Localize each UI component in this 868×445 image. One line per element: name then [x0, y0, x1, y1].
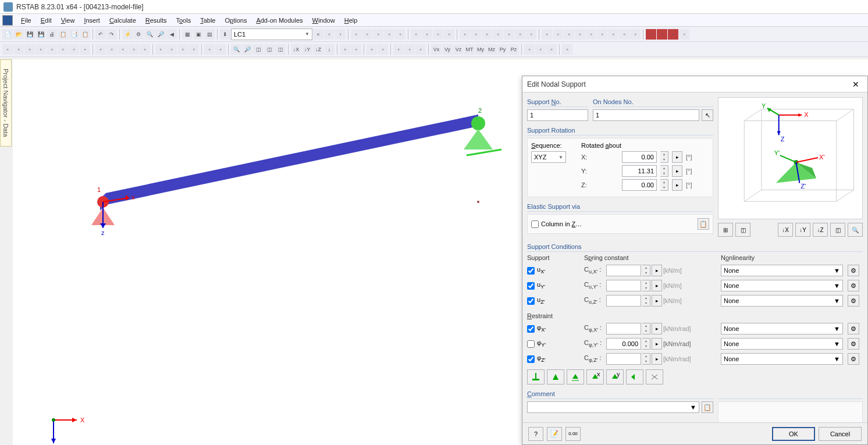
tb2-30[interactable]: ▫ — [404, 44, 415, 55]
tb2-7[interactable]: ▫ — [69, 44, 79, 55]
tb-b4[interactable]: ▫ — [493, 29, 503, 40]
tb-calc2[interactable]: ⚙ — [133, 29, 144, 40]
uz-nonlin-combo[interactable]: None▼ — [721, 295, 843, 307]
phix-edit-button[interactable]: ⚙ — [848, 323, 859, 334]
menu-calculate[interactable]: Calculate — [105, 16, 141, 25]
tb2-32[interactable]: ▫ — [524, 44, 535, 55]
tb2-2[interactable]: ▫ — [13, 44, 24, 55]
tb2-29[interactable]: ▫ — [393, 44, 404, 55]
tb2-vx2[interactable]: Vx — [431, 44, 442, 55]
tb-d2[interactable]: ▫ — [657, 29, 667, 40]
tb2-5[interactable]: ▫ — [47, 44, 57, 55]
tb-c1[interactable]: ▫ — [542, 29, 552, 40]
tb-r5[interactable]: ▫ — [395, 29, 405, 40]
preview-view-fit[interactable]: 🔍 — [848, 223, 863, 237]
uz-checkbox[interactable]: uZ' — [527, 296, 579, 305]
menu-results[interactable]: Results — [141, 16, 172, 25]
tb2-35[interactable]: ▫ — [562, 44, 572, 55]
tb2-31[interactable]: ▫ — [415, 44, 426, 55]
cphiy-spinner[interactable]: ▴▾ — [642, 338, 650, 350]
tb-prev[interactable]: ◀ — [166, 29, 177, 40]
tb-c9[interactable]: ▫ — [630, 29, 641, 40]
rot-x-spinner[interactable]: ▴▾ — [660, 151, 668, 163]
tb2-vx[interactable]: ↓X — [291, 44, 301, 55]
ok-button[interactable]: OK — [772, 427, 815, 441]
tb2-14[interactable]: ▫ — [155, 44, 166, 55]
tb2-iso[interactable]: ↓ — [324, 44, 335, 55]
units-button[interactable]: 0.00 — [565, 427, 581, 441]
elastic-edit-button[interactable]: 📋 — [698, 218, 709, 230]
menu-file[interactable]: File — [16, 16, 36, 25]
tb-r3[interactable]: ▫ — [373, 29, 383, 40]
tb2-15[interactable]: ▫ — [166, 44, 177, 55]
support-type-fixed[interactable] — [527, 369, 545, 385]
tb2-my[interactable]: My — [475, 44, 486, 55]
cphiy-menu[interactable]: ▸ — [652, 338, 662, 350]
tb-view2[interactable]: ▣ — [193, 29, 204, 40]
tb-b2[interactable]: ▫ — [471, 29, 481, 40]
support-no-input[interactable] — [527, 109, 588, 121]
tb-zoomall[interactable]: 🔎 — [155, 29, 166, 40]
tb-save[interactable]: 💾 — [24, 29, 35, 40]
support-type-none[interactable] — [646, 369, 663, 385]
tb-copy[interactable]: 📑 — [69, 29, 79, 40]
cuy-menu[interactable]: ▸ — [652, 280, 662, 291]
tb-c2[interactable]: ▫ — [553, 29, 563, 40]
ux-checkbox[interactable]: uX' — [527, 266, 579, 275]
uy-edit-button[interactable]: ⚙ — [848, 280, 859, 291]
menu-table[interactable]: Table — [195, 16, 220, 25]
tb2-34[interactable]: ▫ — [546, 44, 557, 55]
tb2-25[interactable]: ▫ — [340, 44, 350, 55]
tb-lc-icon[interactable]: ⬇ — [220, 29, 230, 40]
tb-print[interactable]: 🖨 — [47, 29, 57, 40]
sequence-combo[interactable]: XYZ ▼ — [531, 151, 566, 163]
tb2-24[interactable]: ◫ — [275, 44, 286, 55]
tb2-vy2[interactable]: Vy — [442, 44, 453, 55]
tb2-4[interactable]: ▫ — [35, 44, 46, 55]
cux-menu[interactable]: ▸ — [652, 265, 662, 276]
rot-y-spinner[interactable]: ▴▾ — [660, 165, 668, 177]
preview-view-x[interactable]: ↓X — [778, 223, 793, 237]
column-in-z-checkbox[interactable]: Column in Z… — [531, 220, 582, 228]
cuz-menu[interactable]: ▸ — [652, 295, 662, 307]
tb2-26[interactable]: ▫ — [351, 44, 361, 55]
support-type-roller-y[interactable]: x — [586, 369, 604, 385]
tb2-17[interactable]: ▫ — [188, 44, 199, 55]
cphiz-menu[interactable]: ▸ — [652, 353, 662, 365]
tb-new[interactable]: 📄 — [2, 29, 13, 40]
menu-help[interactable]: Help — [340, 16, 362, 25]
menu-window[interactable]: Window — [308, 16, 340, 25]
rot-x-menu[interactable]: ▸ — [672, 151, 682, 163]
tb-d3[interactable]: ▫ — [668, 29, 678, 40]
help-button[interactable]: ? — [528, 427, 543, 441]
phiz-checkbox[interactable]: φZ' — [527, 354, 579, 363]
rot-z-menu[interactable]: ▸ — [672, 179, 682, 191]
tb-nav-prev[interactable]: ‹ — [324, 29, 335, 40]
rot-y-input[interactable] — [622, 165, 657, 177]
tb-calc[interactable]: ⚡ — [122, 29, 133, 40]
tb-a3[interactable]: ▫ — [433, 29, 443, 40]
tb-a1[interactable]: ▫ — [411, 29, 421, 40]
uy-nonlin-combo[interactable]: None▼ — [721, 280, 843, 291]
phiy-edit-button[interactable]: ⚙ — [848, 338, 859, 350]
tb-paste[interactable]: 📋 — [80, 29, 90, 40]
tb2-vz[interactable]: ↓Z — [313, 44, 323, 55]
tb-b3[interactable]: ▫ — [482, 29, 492, 40]
tb-c3[interactable]: ▫ — [564, 29, 574, 40]
comment-combo[interactable]: ▼ — [527, 401, 699, 413]
tb2-mt[interactable]: MT — [464, 44, 475, 55]
rot-z-spinner[interactable]: ▴▾ — [660, 179, 668, 191]
tb-r4[interactable]: ▫ — [384, 29, 394, 40]
ux-edit-button[interactable]: ⚙ — [848, 265, 859, 276]
support-type-hinged[interactable] — [547, 369, 564, 385]
tb-b7[interactable]: ▫ — [526, 29, 536, 40]
dialog-titlebar[interactable]: Edit Nodal Support ✕ — [522, 76, 867, 92]
tb-zoom[interactable]: 🔍 — [144, 29, 155, 40]
tb2-23[interactable]: ◫ — [264, 44, 275, 55]
phix-checkbox[interactable]: φX' — [527, 324, 579, 333]
preview-view-y[interactable]: ↓Y — [795, 223, 810, 237]
tb-b6[interactable]: ▫ — [515, 29, 525, 40]
tb2-33[interactable]: ▫ — [535, 44, 546, 55]
tb-b1[interactable]: ▫ — [460, 29, 470, 40]
tb2-vz2[interactable]: Vz — [453, 44, 464, 55]
